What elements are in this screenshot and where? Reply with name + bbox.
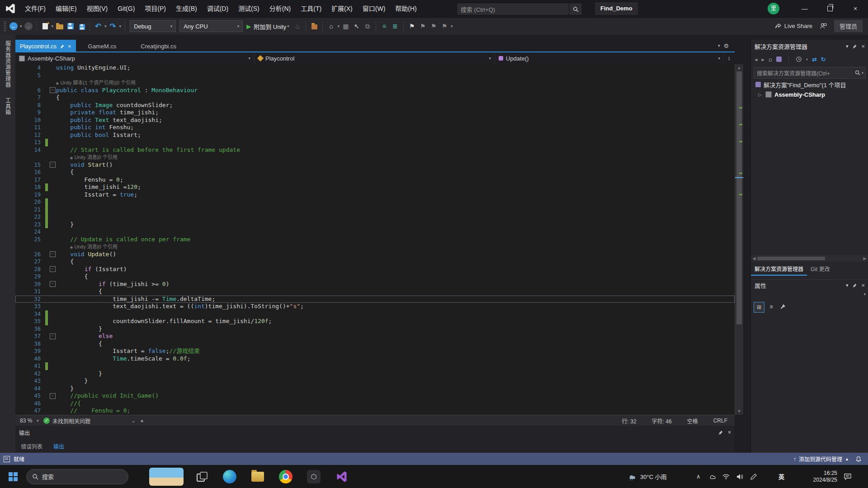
switch-views-icon[interactable] [776, 56, 782, 62]
filter-dropdown-icon[interactable]: ▾ [806, 57, 808, 61]
pin-icon[interactable] [718, 430, 723, 435]
fold-margin[interactable]: - [49, 266, 56, 273]
fold-margin[interactable] [49, 117, 56, 124]
breakpoint-margin[interactable] [15, 251, 22, 258]
code-line[interactable]: 24 [15, 228, 735, 236]
fold-margin[interactable]: - [49, 161, 56, 169]
tab-close-icon[interactable]: × [68, 43, 71, 50]
breakpoint-margin[interactable] [15, 131, 22, 139]
breakpoint-margin[interactable] [15, 87, 22, 94]
code-line[interactable]: 30- if (time_jishi >= 0) [15, 281, 735, 288]
back-dropdown-icon[interactable]: ▾ [19, 24, 23, 28]
fold-margin[interactable] [49, 370, 56, 378]
code-editor[interactable]: 4using UnityEngine.UI;5◉Unity 脚本(1 个资产引用… [15, 64, 735, 415]
menu-item[interactable]: 扩展(X) [326, 0, 358, 17]
undo-icon[interactable]: ↶ [93, 20, 103, 32]
scroll-left-icon[interactable]: ◀ [751, 255, 757, 262]
code-line[interactable]: 41 [15, 362, 735, 370]
toolbar-grip[interactable] [4, 21, 6, 32]
preview-home-icon[interactable]: ⌂ [326, 20, 336, 32]
breakpoint-margin[interactable] [15, 228, 22, 236]
menu-item[interactable]: 文件(F) [20, 0, 51, 17]
fold-margin[interactable] [49, 273, 56, 281]
breakpoint-margin[interactable] [15, 124, 22, 131]
breakpoint-margin[interactable] [15, 266, 22, 273]
breakpoint-margin[interactable] [15, 377, 22, 385]
code-line[interactable]: 19 Isstart = true; [15, 191, 735, 199]
fold-margin[interactable] [49, 228, 56, 236]
breakpoint-margin[interactable] [15, 176, 22, 184]
zoom-level-dropdown[interactable]: 83 %▾ [15, 418, 43, 424]
fold-margin[interactable] [49, 169, 56, 176]
fold-margin[interactable] [49, 362, 56, 370]
code-line[interactable]: 35 countdownSlider.fillAmount = time_jis… [15, 318, 735, 325]
live-share-button[interactable]: Live Share [775, 23, 812, 29]
bookmark-icon[interactable]: ⚑ [407, 20, 417, 32]
fold-margin[interactable] [49, 206, 56, 214]
menu-item[interactable]: 分析(N) [264, 0, 296, 17]
edge-browser-button[interactable] [221, 465, 239, 488]
fold-margin[interactable] [49, 400, 56, 408]
new-file-dropdown-icon[interactable]: ▾ [51, 24, 55, 28]
properties-panel-header[interactable]: 属性 ▾ × [751, 279, 868, 291]
line-ending-indicator[interactable]: CRLF [713, 418, 727, 424]
code-line[interactable]: 15- void Start() [15, 161, 735, 169]
indent-decrease-icon[interactable]: ≡ [379, 20, 389, 32]
menu-item[interactable]: 窗口(W) [358, 0, 391, 17]
code-line[interactable]: 21 [15, 206, 735, 214]
code-line[interactable]: 11 public int Fenshu; [15, 124, 735, 131]
code-line[interactable]: ◉Unity 消息|0 个引用 [15, 243, 735, 251]
person-icon[interactable] [820, 23, 827, 29]
taskbar-search-box[interactable]: 搜索 [26, 465, 128, 488]
breakpoint-margin[interactable] [15, 385, 22, 393]
pending-changes-filter-icon[interactable] [796, 56, 802, 62]
fold-margin[interactable] [49, 131, 56, 139]
panel-close-icon[interactable]: × [728, 429, 731, 436]
navigate-forward-button[interactable]: → [24, 20, 33, 32]
code-line[interactable]: 25 // Update is called once per frame [15, 236, 735, 244]
document-tab[interactable]: Creatjingbi.cs [128, 40, 189, 52]
sync-with-active-document-icon[interactable]: ⇄ [812, 56, 817, 63]
search-options-dropdown-icon[interactable]: ▾ [862, 71, 863, 75]
se-back-icon[interactable]: ◂ [755, 56, 758, 63]
editor-vertical-scrollbar[interactable]: ▲ ▼ [735, 64, 743, 415]
breadcrumb-class-dropdown[interactable]: Playcontrol▾ [255, 52, 495, 64]
breakpoint-margin[interactable] [15, 191, 22, 199]
solution-platform-dropdown[interactable]: Any CPU▾ [179, 20, 243, 32]
breakpoint-margin[interactable] [15, 392, 22, 400]
code-line[interactable]: 39 Isstart = false;//游戏结束 [15, 347, 735, 355]
breakpoint-margin[interactable] [15, 281, 22, 288]
code-line[interactable]: 33 text_daojishi.text = ((int)time_jishi… [15, 303, 735, 310]
document-tab[interactable]: GameM.cs [76, 40, 129, 52]
pointer-icon[interactable]: ↖ [352, 20, 362, 32]
fold-margin[interactable] [49, 310, 56, 318]
code-line[interactable]: 34 [15, 310, 735, 318]
fold-margin[interactable] [49, 124, 56, 131]
clock-date[interactable]: 16:252024/8/25 [794, 465, 837, 488]
menu-item[interactable]: 工具(T) [296, 0, 326, 17]
fold-margin[interactable] [49, 243, 56, 251]
fold-margin[interactable] [49, 109, 56, 117]
weather-widget[interactable]: 30°C 小雨 [627, 465, 667, 488]
breakpoint-margin[interactable] [15, 154, 22, 161]
next-bookmark-icon[interactable]: ⚑ [429, 20, 439, 32]
breakpoint-margin[interactable] [15, 355, 22, 363]
breakpoint-margin[interactable] [15, 243, 22, 251]
code-line[interactable]: 22 [15, 213, 735, 221]
fold-margin[interactable]: - [49, 333, 56, 340]
chrome-button[interactable] [277, 465, 295, 488]
menu-item[interactable]: 帮助(H) [390, 0, 421, 17]
se-home-icon[interactable]: ⌂ [769, 56, 772, 63]
breakpoint-margin[interactable] [15, 109, 22, 117]
fold-margin[interactable] [49, 303, 56, 310]
preview-dropdown-icon[interactable]: ▾ [336, 24, 340, 28]
code-line[interactable]: 14 // Start is called before the first f… [15, 146, 735, 154]
breakpoint-margin[interactable] [15, 183, 22, 191]
widgets-button[interactable] [149, 465, 184, 488]
fold-margin[interactable]: - [49, 392, 56, 400]
scroll-down-icon[interactable]: ▼ [735, 409, 743, 413]
network-wifi-icon[interactable] [722, 465, 732, 488]
breakpoint-margin[interactable] [15, 213, 22, 221]
indentation-indicator[interactable]: 空格 [687, 417, 698, 425]
code-line[interactable]: 31 { [15, 288, 735, 296]
